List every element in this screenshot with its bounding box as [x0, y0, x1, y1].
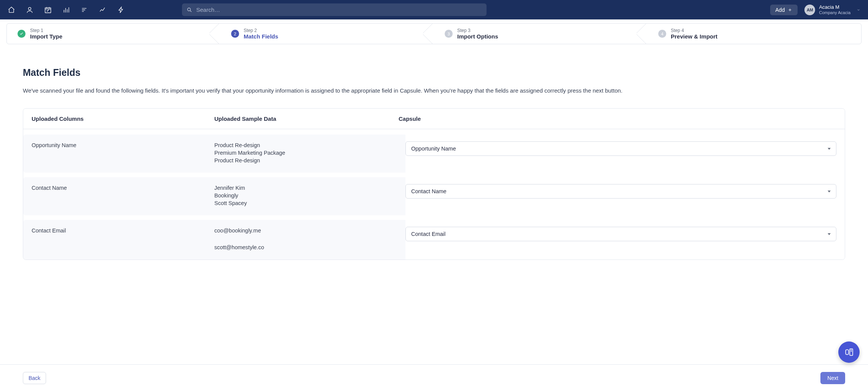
help-fab[interactable]: [838, 341, 860, 363]
nav-icons: [8, 6, 125, 14]
list-icon[interactable]: [81, 6, 88, 14]
step-1[interactable]: Step 1 Import Type: [7, 24, 220, 44]
search-input[interactable]: [196, 6, 482, 13]
searchbar[interactable]: [182, 3, 487, 16]
step-2-number: 2: [231, 30, 239, 38]
sample-value: Scott Spacey: [214, 200, 397, 206]
help-icon: [844, 347, 854, 357]
page-description: We've scanned your file and found the fo…: [23, 87, 845, 94]
step-4-label: Step 4: [671, 28, 718, 33]
next-button[interactable]: Next: [820, 372, 845, 384]
capsule-field-value: Opportunity Name: [411, 146, 456, 152]
user-menu[interactable]: AM Acacia M Company Acacia: [804, 4, 860, 15]
sample-data: Jennifer Kim Bookingly Scott Spacey: [214, 185, 397, 208]
header-uploaded-sample: Uploaded Sample Data: [214, 115, 397, 122]
step-4[interactable]: 4 Step 4 Preview & Import: [648, 24, 861, 44]
person-icon[interactable]: [26, 6, 34, 14]
svg-point-5: [851, 350, 851, 350]
sample-value: Product Re-design: [214, 157, 397, 163]
user-org: Company Acacia: [819, 10, 850, 15]
sample-value-empty: [214, 235, 397, 243]
capsule-field-value: Contact Name: [411, 188, 447, 194]
topbar-right: Add AM Acacia M Company Acacia: [770, 4, 860, 15]
svg-point-6: [851, 351, 851, 351]
topbar: Add AM Acacia M Company Acacia: [0, 0, 868, 19]
stepper-wrap: Step 1 Import Type 2 Step 2 Match Fields…: [0, 19, 868, 44]
bolt-icon[interactable]: [117, 6, 125, 14]
footer: Back Next: [0, 364, 868, 391]
back-button[interactable]: Back: [23, 372, 46, 384]
plus-icon: [788, 8, 792, 12]
sample-value: scott@homestyle.co: [214, 244, 397, 250]
calendar-icon[interactable]: [44, 6, 52, 14]
chevron-down-icon: [828, 233, 831, 235]
sample-value: Bookingly: [214, 192, 397, 199]
step-3-number: 3: [445, 30, 453, 38]
trend-icon[interactable]: [99, 6, 107, 14]
step-1-label: Step 1: [30, 28, 62, 33]
uploaded-column-name: Opportunity Name: [32, 142, 214, 165]
svg-rect-3: [846, 350, 849, 355]
main-content: Match Fields We've scanned your file and…: [0, 44, 868, 260]
add-button[interactable]: Add: [770, 5, 798, 15]
user-name: Acacia M: [819, 4, 850, 10]
home-icon[interactable]: [8, 6, 15, 14]
match-table: Uploaded Columns Uploaded Sample Data Ca…: [23, 108, 845, 260]
stepper: Step 1 Import Type 2 Step 2 Match Fields…: [6, 23, 862, 44]
sample-value: Premium Marketing Package: [214, 150, 397, 156]
step-1-title: Import Type: [30, 33, 62, 40]
match-header: Uploaded Columns Uploaded Sample Data Ca…: [23, 109, 845, 129]
sample-data: Product Re-design Premium Marketing Pack…: [214, 142, 397, 165]
chevron-down-icon: [828, 148, 831, 150]
header-uploaded-columns: Uploaded Columns: [32, 115, 214, 122]
step-complete-icon: [18, 30, 26, 38]
table-row: Contact Email coo@bookingly.me scott@hom…: [23, 220, 845, 260]
step-2[interactable]: 2 Step 2 Match Fields: [220, 24, 434, 44]
svg-point-2: [188, 8, 191, 11]
step-4-title: Preview & Import: [671, 33, 718, 40]
sample-value: Jennifer Kim: [214, 185, 397, 191]
capsule-field-select[interactable]: Contact Name: [405, 184, 836, 199]
avatar: AM: [804, 5, 815, 15]
capsule-field-select[interactable]: Opportunity Name: [405, 141, 836, 156]
capsule-field-select[interactable]: Contact Email: [405, 227, 836, 241]
step-3-label: Step 3: [457, 28, 498, 33]
step-2-label: Step 2: [244, 28, 278, 33]
step-3[interactable]: 3 Step 3 Import Options: [434, 24, 648, 44]
add-button-label: Add: [775, 7, 785, 13]
sample-value: coo@bookingly.me: [214, 228, 397, 234]
match-body: Opportunity Name Product Re-design Premi…: [23, 135, 845, 260]
chevron-down-icon: [857, 8, 860, 12]
bar-chart-icon[interactable]: [62, 6, 70, 14]
step-4-number: 4: [658, 30, 666, 38]
table-row: Contact Name Jennifer Kim Bookingly Scot…: [23, 177, 845, 215]
svg-point-0: [29, 7, 31, 10]
capsule-field-value: Contact Email: [411, 231, 445, 237]
header-capsule: Capsule: [397, 115, 836, 122]
step-3-title: Import Options: [457, 33, 498, 40]
uploaded-column-name: Contact Name: [32, 185, 214, 208]
uploaded-column-name: Contact Email: [32, 228, 214, 252]
page-title: Match Fields: [23, 67, 845, 78]
step-2-title: Match Fields: [244, 33, 278, 40]
sample-value: Product Re-design: [214, 142, 397, 148]
search-icon: [187, 7, 192, 13]
sample-data: coo@bookingly.me scott@homestyle.co: [214, 228, 397, 252]
table-row: Opportunity Name Product Re-design Premi…: [23, 135, 845, 173]
chevron-down-icon: [828, 191, 831, 192]
user-names: Acacia M Company Acacia: [819, 4, 850, 15]
